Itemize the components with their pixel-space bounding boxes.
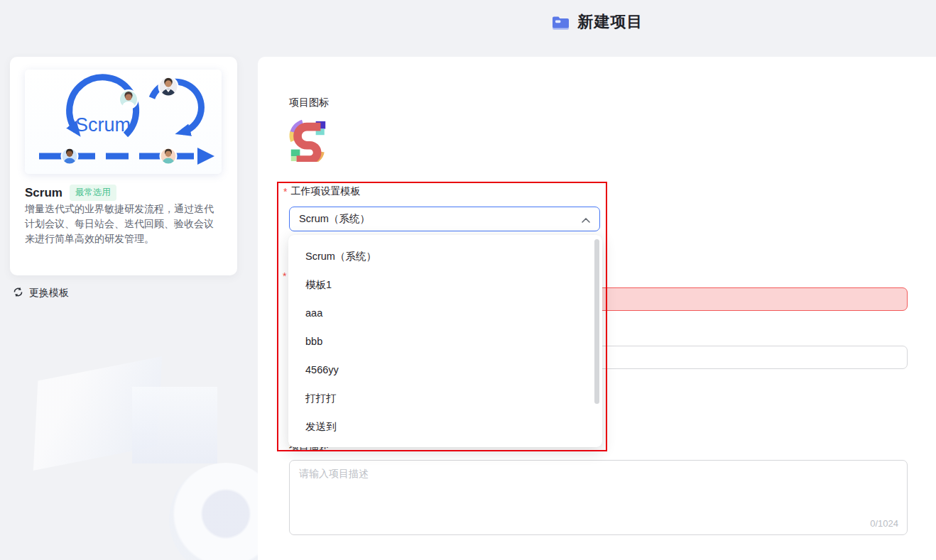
description-field: 0/1024 [289,460,908,535]
page-header: 新建项目 [258,0,936,44]
template-card[interactable]: Scrum [10,57,237,275]
chevron-up-icon [582,214,590,225]
folder-icon [551,13,570,31]
scrum-illustration-label: Scrum [75,114,131,136]
project-icon-label: 项目图标 [289,97,329,109]
template-name: Scrum [25,186,62,200]
template-field-label-row: * 工作项设置模板 [283,185,360,198]
change-template-button[interactable]: 更换模板 [10,284,72,302]
dropdown-option[interactable]: 4566yy [288,356,602,384]
new-project-page: 新建项目 Scrum [0,0,936,560]
required-asterisk: * [283,186,287,197]
char-counter: 0/1024 [870,518,898,529]
dropdown-option[interactable]: Scrum（系统） [288,242,602,270]
template-field-label: 工作项设置模板 [290,185,360,198]
dropdown-scrollbar-thumb[interactable] [594,239,599,404]
dropdown-option[interactable]: bbb [288,327,602,356]
template-description: 增量迭代式的业界敏捷研发流程，通过迭代计划会议、每日站会、迭代回顾、验收会议来进… [25,202,223,246]
project-icon[interactable] [288,118,329,162]
scrum-illustration: Scrum [25,70,222,174]
refresh-icon [13,287,23,300]
template-select[interactable]: Scrum（系统） [289,207,600,231]
dropdown-option[interactable]: 打打打 [288,384,602,412]
background-decoration [132,387,217,463]
dropdown-option[interactable]: aaa [288,299,602,327]
main-panel: 项目图标 * 项目描述 0/1024 * 工作项设置模板 [258,57,936,560]
required-asterisk: * [283,270,286,282]
description-textarea[interactable] [289,460,908,535]
most-used-badge: 最常选用 [70,185,116,201]
select-value: Scrum（系统） [299,212,370,226]
dropdown-option[interactable]: 发送到 [288,412,602,441]
page-title: 新建项目 [578,11,643,33]
change-template-label: 更换模板 [29,287,69,300]
template-dropdown: Scrum（系统） 模板1 aaa bbb 4566yy 打打打 发送到 [288,235,602,447]
template-card-header: Scrum 最常选用 [25,185,116,201]
dropdown-option[interactable]: 模板1 [288,270,602,299]
